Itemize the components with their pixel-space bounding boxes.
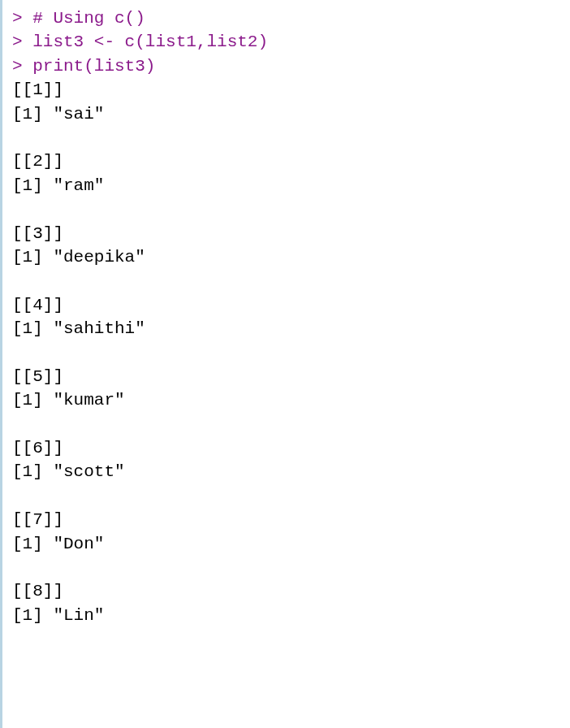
list-value: [1] "deepika" — [12, 245, 570, 269]
list-output-item: [[6]] [1] "scott" — [12, 436, 570, 484]
blank-line — [12, 413, 570, 436]
console-input-print: > print(list3) — [12, 54, 570, 78]
blank-line — [12, 126, 570, 150]
list-value: [1] "kumar" — [12, 388, 570, 412]
blank-line — [12, 269, 570, 292]
list-index: [[1]] — [12, 78, 570, 102]
list-index: [[5]] — [12, 365, 570, 388]
blank-line — [12, 197, 570, 221]
list-output-item: [[2]] [1] "ram" — [12, 150, 570, 197]
list-index: [[4]] — [12, 293, 570, 317]
list-index: [[3]] — [12, 222, 570, 245]
list-output-item: [[7]] [1] "Don" — [12, 508, 570, 556]
list-value: [1] "ram" — [12, 174, 570, 197]
list-output-item: [[4]] [1] "sahithi" — [12, 293, 570, 341]
list-value: [1] "Lin" — [12, 604, 570, 627]
list-value: [1] "Don" — [12, 532, 570, 556]
blank-line — [12, 556, 570, 579]
list-value: [1] "sai" — [12, 102, 570, 126]
list-output-item: [[8]] [1] "Lin" — [12, 579, 570, 627]
blank-line — [12, 340, 570, 364]
list-output-item: [[3]] [1] "deepika" — [12, 222, 570, 270]
list-value: [1] "scott" — [12, 460, 570, 483]
list-index: [[2]] — [12, 150, 570, 173]
list-output-item: [[5]] [1] "kumar" — [12, 365, 570, 413]
list-output-item: [[1]] [1] "sai" — [12, 78, 570, 126]
console-input-assignment: > list3 <- c(list1,list2) — [12, 30, 570, 54]
list-index: [[6]] — [12, 436, 570, 460]
list-index: [[7]] — [12, 508, 570, 531]
list-value: [1] "sahithi" — [12, 317, 570, 340]
list-index: [[8]] — [12, 579, 570, 603]
console-input-comment: > # Using c() — [12, 6, 570, 30]
blank-line — [12, 484, 570, 508]
code-console: > # Using c() > list3 <- c(list1,list2) … — [12, 6, 570, 627]
